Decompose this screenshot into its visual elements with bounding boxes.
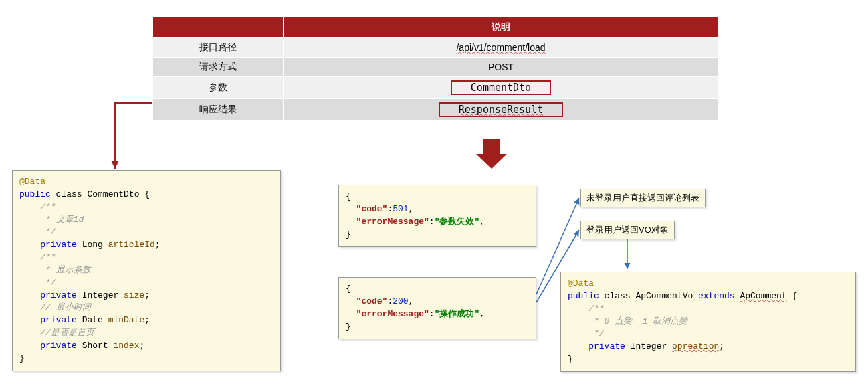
json-ok-box: { "code":200, "errorMessage":"操作成功", } xyxy=(338,277,536,339)
table-row: 参数 CommentDto xyxy=(153,77,719,99)
th-blank xyxy=(153,17,284,38)
row-label: 请求方式 xyxy=(153,58,284,77)
param-commentdto: CommentDto xyxy=(451,80,551,95)
code-apcommentvo: @Data public class ApCommentVo extends A… xyxy=(560,272,856,372)
table-row: 响应结果 ResponseResult xyxy=(153,99,719,121)
row-value: ResponseResult xyxy=(284,99,719,121)
arrow-down-icon xyxy=(476,139,507,173)
row-value: CommentDto xyxy=(284,77,719,99)
row-value: /api/v1/comment/load xyxy=(284,38,719,58)
row-label: 参数 xyxy=(153,77,284,99)
note-not-logged-in: 未登录用户直接返回评论列表 xyxy=(580,189,706,207)
code-commentdto: @Data public class CommentDto { /** * 文章… xyxy=(12,170,281,371)
param-responseresult: ResponseResult xyxy=(439,102,563,117)
table-row: 请求方式 POST xyxy=(153,58,719,77)
row-label: 接口路径 xyxy=(153,38,284,58)
json-error-box: { "code":501, "errorMessage":"参数失效", } xyxy=(338,185,536,247)
row-value: POST xyxy=(284,58,719,77)
note-logged-in: 登录用户返回VO对象 xyxy=(580,221,675,239)
api-spec-table: 说明 接口路径 /api/v1/comment/load 请求方式 POST 参… xyxy=(152,17,719,121)
table-row: 接口路径 /api/v1/comment/load xyxy=(153,38,719,58)
th-desc: 说明 xyxy=(284,17,719,38)
row-label: 响应结果 xyxy=(153,99,284,121)
